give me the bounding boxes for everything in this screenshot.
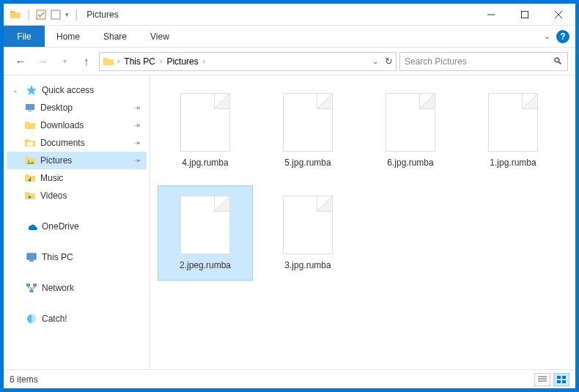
documents-icon: [24, 137, 36, 149]
network-label: Network: [42, 283, 74, 293]
sidebar-onedrive[interactable]: OneDrive: [7, 218, 147, 235]
file-item[interactable]: 1.jpg.rumba: [465, 83, 561, 178]
sidebar-item-pictures[interactable]: Pictures📌︎: [7, 152, 147, 169]
catch-icon: [26, 313, 37, 325]
svg-rect-16: [562, 380, 566, 383]
window-controls: [474, 4, 575, 26]
svg-rect-13: [557, 376, 561, 379]
file-item[interactable]: 6.jpg.rumba: [363, 83, 458, 178]
file-name: 4.jpg.rumba: [182, 158, 228, 168]
file-item[interactable]: 4.jpg.rumba: [158, 83, 253, 178]
file-thumbnail-icon: [180, 196, 230, 254]
sidebar-item-label: Documents: [40, 138, 85, 148]
desktop-icon: [24, 102, 36, 114]
refresh-icon[interactable]: ↻: [385, 56, 393, 67]
pin-icon: 📌︎: [132, 120, 143, 131]
recent-dropdown-icon[interactable]: ▾: [55, 52, 74, 71]
quick-access-header[interactable]: ⌄ Quick access: [7, 81, 147, 99]
file-tab[interactable]: File: [4, 26, 45, 47]
breadcrumb-pictures[interactable]: Pictures: [165, 56, 199, 67]
file-item[interactable]: 3.jpg.rumba: [260, 185, 355, 281]
videos-icon: [24, 190, 36, 201]
separator: |: [75, 8, 78, 21]
svg-rect-3: [26, 104, 34, 110]
search-input[interactable]: Search Pictures 🔍︎: [399, 52, 568, 71]
onedrive-label: OneDrive: [42, 221, 79, 232]
file-name: 6.jpg.rumba: [387, 158, 433, 168]
svg-rect-9: [26, 284, 30, 286]
music-icon: [24, 172, 36, 184]
chevron-right-icon[interactable]: ›: [203, 57, 205, 65]
folder-icon: [24, 119, 36, 131]
sidebar-item-label: Videos: [40, 191, 67, 201]
ribbon: File Home Share View ⌄ ?: [4, 26, 575, 48]
sidebar-item-downloads[interactable]: Downloads📌︎: [7, 117, 147, 134]
sidebar-item-videos[interactable]: Videos: [7, 187, 147, 204]
sidebar-item-label: Downloads: [40, 120, 84, 130]
sidebar-item-label: Desktop: [40, 103, 73, 113]
thumbnails-view-button[interactable]: [553, 373, 569, 386]
back-button[interactable]: ←: [11, 52, 30, 71]
sidebar-item-label: Music: [40, 173, 63, 183]
sidebar-thispc[interactable]: This PC: [7, 248, 147, 266]
chevron-down-icon: ⌄: [12, 86, 18, 94]
chevron-right-icon[interactable]: ›: [160, 57, 162, 65]
forward-button[interactable]: →: [33, 52, 52, 71]
item-count: 6 items: [10, 374, 38, 385]
file-grid[interactable]: 4.jpg.rumba5.jpg.rumba6.jpg.rumba1.jpg.r…: [150, 75, 575, 369]
pin-icon: 📌︎: [132, 155, 143, 166]
svg-rect-2: [522, 11, 528, 18]
file-name: 1.jpg.rumba: [490, 158, 536, 168]
search-icon[interactable]: 🔍︎: [553, 56, 563, 67]
explorer-window: | ▾ | Pictures File Home Share: [3, 3, 576, 389]
minimize-button[interactable]: [474, 4, 508, 26]
ribbon-expand-icon[interactable]: ⌄: [544, 32, 550, 41]
svg-rect-1: [51, 10, 60, 19]
help-icon[interactable]: ?: [556, 30, 569, 43]
svg-rect-8: [29, 260, 34, 262]
sidebar-item-music[interactable]: Music: [7, 169, 147, 187]
onedrive-icon: [26, 221, 37, 232]
file-name: 5.jpg.rumba: [284, 158, 331, 168]
address-bar[interactable]: › This PC › Pictures › ⌄ ↻: [99, 52, 397, 71]
catch-group: Catch!: [7, 310, 147, 328]
sidebar-item-desktop[interactable]: Desktop📌︎: [7, 99, 147, 117]
address-dropdown-icon[interactable]: ⌄: [372, 57, 378, 65]
content-area: ⌄ Quick access Desktop📌︎Downloads📌︎Docum…: [4, 75, 575, 369]
file-item[interactable]: 2.jpeg.rumba: [158, 185, 253, 281]
maximize-button[interactable]: [508, 4, 542, 26]
tab-share[interactable]: Share: [92, 26, 139, 47]
qa-dropdown-icon[interactable]: ▾: [65, 11, 69, 18]
dropdown-icon[interactable]: [51, 10, 61, 20]
breadcrumb-thispc[interactable]: This PC: [122, 56, 157, 67]
ribbon-right: ⌄ ?: [544, 26, 575, 47]
details-view-button[interactable]: [534, 373, 550, 386]
file-item[interactable]: 5.jpg.rumba: [260, 83, 355, 178]
file-thumbnail-icon: [283, 196, 333, 254]
folder-icon: [103, 56, 114, 67]
svg-rect-14: [562, 376, 566, 379]
navigation-pane[interactable]: ⌄ Quick access Desktop📌︎Downloads📌︎Docum…: [4, 75, 150, 369]
sidebar-network[interactable]: Network: [7, 279, 147, 297]
file-thumbnail-icon: [488, 93, 538, 152]
tab-home[interactable]: Home: [45, 26, 92, 47]
pictures-icon: [24, 155, 36, 166]
sidebar-item-label: Pictures: [40, 155, 72, 166]
quick-access-label: Quick access: [42, 85, 94, 95]
file-thumbnail-icon: [180, 93, 230, 152]
up-button[interactable]: ↑: [77, 52, 96, 71]
svg-rect-10: [33, 284, 37, 286]
thispc-group: This PC: [7, 248, 147, 266]
titlebar: | ▾ | Pictures: [4, 4, 575, 26]
chevron-right-icon[interactable]: ›: [117, 57, 119, 65]
quick-access-group: ⌄ Quick access Desktop📌︎Downloads📌︎Docum…: [7, 81, 147, 204]
sidebar-item-documents[interactable]: Documents📌︎: [7, 134, 147, 152]
network-icon: [26, 282, 37, 294]
file-thumbnail-icon: [283, 93, 333, 152]
window-title: Pictures: [86, 10, 118, 20]
sidebar-catch[interactable]: Catch!: [7, 310, 147, 328]
close-button[interactable]: [542, 4, 575, 26]
pin-icon: 📌︎: [132, 103, 143, 114]
checkbox-icon[interactable]: [36, 10, 46, 20]
tab-view[interactable]: View: [139, 26, 181, 47]
